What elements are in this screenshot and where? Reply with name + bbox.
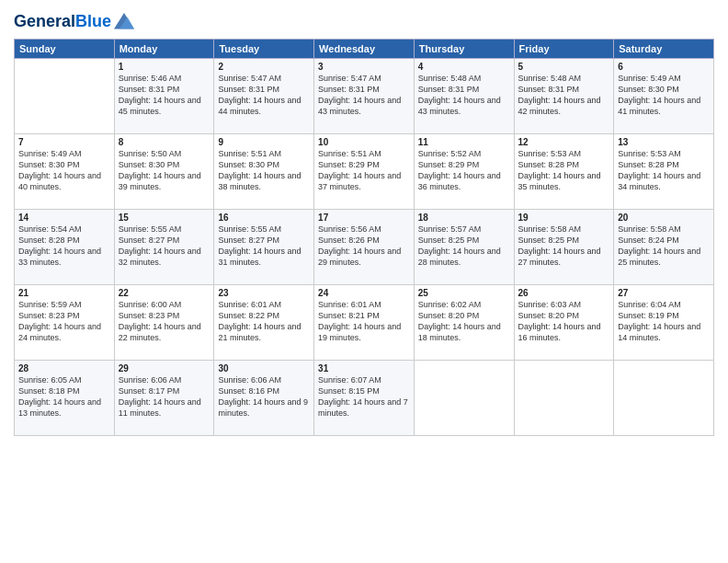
calendar-cell: 24 Sunrise: 6:01 AM Sunset: 8:21 PM Dayl… [314, 284, 415, 360]
day-info: Sunrise: 5:56 AM Sunset: 8:26 PM Dayligh… [318, 224, 410, 269]
day-number: 11 [418, 137, 510, 147]
sunset-label: Sunset: 8:31 PM [218, 85, 279, 94]
calendar-cell: 9 Sunrise: 5:51 AM Sunset: 8:30 PM Dayli… [214, 133, 314, 209]
day-number: 2 [218, 62, 310, 72]
day-number: 26 [518, 288, 610, 298]
sunset-label: Sunset: 8:27 PM [218, 236, 279, 245]
calendar-cell: 20 Sunrise: 5:58 AM Sunset: 8:24 PM Dayl… [614, 209, 714, 284]
sunrise-label: Sunrise: 6:01 AM [318, 300, 381, 309]
day-info: Sunrise: 5:49 AM Sunset: 8:30 PM Dayligh… [18, 148, 110, 193]
daylight-label: Daylight: 14 hours and 37 minutes. [318, 171, 401, 191]
sunset-label: Sunset: 8:27 PM [119, 236, 180, 245]
day-info: Sunrise: 5:55 AM Sunset: 8:27 PM Dayligh… [119, 224, 210, 269]
calendar-table: SundayMondayTuesdayWednesdayThursdayFrid… [14, 39, 714, 436]
daylight-label: Daylight: 14 hours and 14 minutes. [618, 322, 700, 342]
day-number: 14 [18, 213, 110, 223]
calendar-cell [15, 58, 115, 133]
daylight-label: Daylight: 14 hours and 24 minutes. [18, 322, 101, 342]
day-number: 15 [119, 213, 210, 223]
day-info: Sunrise: 5:47 AM Sunset: 8:31 PM Dayligh… [218, 73, 310, 118]
sunset-label: Sunset: 8:24 PM [618, 236, 679, 245]
sunset-label: Sunset: 8:25 PM [518, 236, 580, 245]
calendar-cell: 17 Sunrise: 5:56 AM Sunset: 8:26 PM Dayl… [314, 209, 415, 284]
sunset-label: Sunset: 8:30 PM [218, 160, 279, 169]
sunset-label: Sunset: 8:28 PM [618, 160, 679, 169]
calendar-cell: 4 Sunrise: 5:48 AM Sunset: 8:31 PM Dayli… [414, 58, 514, 133]
daylight-label: Daylight: 14 hours and 16 minutes. [518, 322, 601, 342]
calendar-cell: 26 Sunrise: 6:03 AM Sunset: 8:20 PM Dayl… [514, 284, 614, 360]
daylight-label: Daylight: 14 hours and 42 minutes. [518, 96, 601, 116]
day-info: Sunrise: 6:02 AM Sunset: 8:20 PM Dayligh… [418, 299, 510, 344]
daylight-label: Daylight: 14 hours and 25 minutes. [618, 247, 700, 267]
sunset-label: Sunset: 8:28 PM [518, 160, 580, 169]
day-info: Sunrise: 6:05 AM Sunset: 8:18 PM Dayligh… [18, 374, 110, 419]
sunset-label: Sunset: 8:26 PM [318, 236, 380, 245]
sunset-label: Sunset: 8:29 PM [418, 160, 480, 169]
sunrise-label: Sunrise: 5:49 AM [618, 74, 681, 83]
sunrise-label: Sunrise: 5:59 AM [18, 300, 82, 309]
calendar-cell: 28 Sunrise: 6:05 AM Sunset: 8:18 PM Dayl… [15, 360, 115, 435]
day-number: 30 [218, 363, 310, 373]
sunset-label: Sunset: 8:31 PM [119, 85, 180, 94]
day-number: 25 [418, 288, 510, 298]
day-info: Sunrise: 5:51 AM Sunset: 8:29 PM Dayligh… [318, 148, 410, 193]
calendar-cell: 19 Sunrise: 5:58 AM Sunset: 8:25 PM Dayl… [514, 209, 614, 284]
week-row-2: 7 Sunrise: 5:49 AM Sunset: 8:30 PM Dayli… [15, 133, 714, 209]
day-info: Sunrise: 5:58 AM Sunset: 8:24 PM Dayligh… [618, 224, 710, 269]
daylight-label: Daylight: 14 hours and 22 minutes. [119, 322, 201, 342]
day-number: 1 [119, 62, 210, 72]
day-number: 31 [318, 363, 410, 373]
calendar-cell [514, 360, 614, 435]
day-number: 24 [318, 288, 410, 298]
sunrise-label: Sunrise: 5:51 AM [218, 149, 281, 158]
daylight-label: Daylight: 14 hours and 40 minutes. [18, 171, 101, 191]
day-number: 4 [418, 62, 510, 72]
day-info: Sunrise: 5:48 AM Sunset: 8:31 PM Dayligh… [518, 73, 610, 118]
sunset-label: Sunset: 8:15 PM [318, 386, 380, 396]
day-number: 5 [518, 62, 610, 72]
sunrise-label: Sunrise: 5:58 AM [518, 224, 582, 234]
day-number: 6 [618, 62, 710, 72]
sunset-label: Sunset: 8:31 PM [418, 85, 480, 94]
sunrise-label: Sunrise: 6:06 AM [119, 375, 182, 385]
daylight-label: Daylight: 14 hours and 36 minutes. [418, 171, 501, 191]
sunset-label: Sunset: 8:20 PM [418, 311, 480, 320]
calendar-cell: 23 Sunrise: 6:01 AM Sunset: 8:22 PM Dayl… [214, 284, 314, 360]
day-info: Sunrise: 5:55 AM Sunset: 8:27 PM Dayligh… [218, 224, 310, 269]
logo-icon [114, 10, 134, 30]
day-number: 27 [618, 288, 710, 298]
sunset-label: Sunset: 8:30 PM [18, 160, 80, 169]
daylight-label: Daylight: 14 hours and 11 minutes. [119, 397, 201, 418]
day-header-tuesday: Tuesday [214, 39, 314, 58]
daylight-label: Daylight: 14 hours and 39 minutes. [119, 171, 201, 191]
sunrise-label: Sunrise: 6:06 AM [218, 375, 281, 385]
day-info: Sunrise: 5:54 AM Sunset: 8:28 PM Dayligh… [18, 224, 110, 269]
calendar-cell: 14 Sunrise: 5:54 AM Sunset: 8:28 PM Dayl… [15, 209, 115, 284]
day-info: Sunrise: 6:06 AM Sunset: 8:16 PM Dayligh… [218, 374, 310, 419]
sunrise-label: Sunrise: 5:57 AM [418, 224, 482, 234]
day-number: 13 [618, 137, 710, 147]
day-header-thursday: Thursday [414, 39, 514, 58]
day-info: Sunrise: 5:47 AM Sunset: 8:31 PM Dayligh… [318, 73, 410, 118]
daylight-label: Daylight: 14 hours and 32 minutes. [119, 247, 201, 267]
daylight-label: Daylight: 14 hours and 31 minutes. [218, 247, 301, 267]
day-header-saturday: Saturday [614, 39, 714, 58]
header: GeneralBlue [14, 9, 714, 31]
daylight-label: Daylight: 14 hours and 19 minutes. [318, 322, 401, 342]
daylight-label: Daylight: 14 hours and 28 minutes. [418, 247, 501, 267]
sunset-label: Sunset: 8:19 PM [618, 311, 679, 320]
calendar-cell: 31 Sunrise: 6:07 AM Sunset: 8:15 PM Dayl… [314, 360, 415, 435]
sunset-label: Sunset: 8:16 PM [218, 386, 279, 396]
sunrise-label: Sunrise: 5:46 AM [119, 74, 182, 83]
day-info: Sunrise: 5:48 AM Sunset: 8:31 PM Dayligh… [418, 73, 510, 118]
calendar-cell [414, 360, 514, 435]
sunset-label: Sunset: 8:17 PM [119, 386, 180, 396]
header-row: SundayMondayTuesdayWednesdayThursdayFrid… [15, 39, 714, 58]
day-number: 18 [418, 213, 510, 223]
calendar-cell: 13 Sunrise: 5:53 AM Sunset: 8:28 PM Dayl… [614, 133, 714, 209]
day-number: 19 [518, 213, 610, 223]
daylight-label: Daylight: 14 hours and 27 minutes. [518, 247, 601, 267]
day-header-sunday: Sunday [15, 39, 115, 58]
page: GeneralBlue SundayMondayTuesdayWednesday… [0, 0, 728, 563]
logo: GeneralBlue [14, 13, 134, 31]
